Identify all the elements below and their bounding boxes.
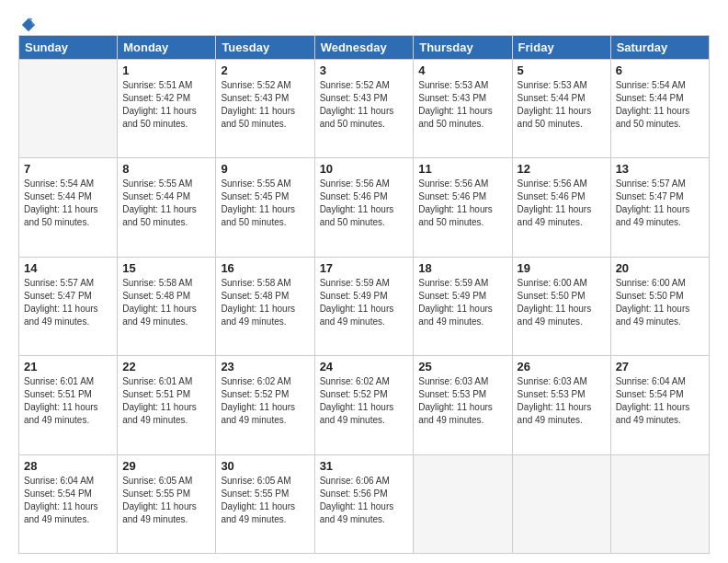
calendar-day-cell: 18Sunrise: 5:59 AMSunset: 5:49 PMDayligh… (414, 257, 512, 355)
day-info: Sunrise: 5:55 AMSunset: 5:44 PMDaylight:… (122, 178, 210, 229)
calendar-day-cell: 7Sunrise: 5:54 AMSunset: 5:44 PMDaylight… (19, 158, 118, 257)
calendar-week-row: 28Sunrise: 6:04 AMSunset: 5:54 PMDayligh… (19, 454, 710, 553)
day-number: 12 (518, 162, 606, 176)
calendar-day-cell: 3Sunrise: 5:52 AMSunset: 5:43 PMDaylight… (314, 60, 414, 158)
day-info: Sunrise: 6:00 AMSunset: 5:50 PMDaylight:… (616, 277, 704, 328)
calendar-week-row: 7Sunrise: 5:54 AMSunset: 5:44 PMDaylight… (19, 158, 710, 257)
day-info: Sunrise: 5:51 AMSunset: 5:42 PMDaylight:… (122, 79, 210, 131)
calendar-day-cell: 5Sunrise: 5:53 AMSunset: 5:44 PMDaylight… (512, 60, 610, 158)
day-number: 15 (122, 261, 210, 275)
day-number: 19 (518, 261, 606, 275)
day-info: Sunrise: 6:00 AMSunset: 5:50 PMDaylight:… (518, 277, 606, 328)
calendar-day-cell: 24Sunrise: 6:02 AMSunset: 5:52 PMDayligh… (314, 356, 414, 454)
calendar-day-cell: 4Sunrise: 5:53 AMSunset: 5:43 PMDaylight… (414, 60, 512, 158)
day-number: 29 (122, 459, 210, 473)
calendar-day-cell: 30Sunrise: 6:05 AMSunset: 5:55 PMDayligh… (216, 454, 314, 553)
day-number: 6 (616, 63, 704, 77)
day-info: Sunrise: 6:05 AMSunset: 5:55 PMDaylight:… (122, 475, 210, 526)
calendar-day-cell: 2Sunrise: 5:52 AMSunset: 5:43 PMDaylight… (216, 60, 314, 158)
calendar-day-cell: 12Sunrise: 5:56 AMSunset: 5:46 PMDayligh… (512, 158, 610, 257)
calendar-day-cell: 9Sunrise: 5:55 AMSunset: 5:45 PMDaylight… (216, 158, 314, 257)
day-number: 3 (320, 63, 409, 77)
header (18, 17, 710, 29)
day-number: 16 (221, 261, 309, 275)
calendar-day-cell: 29Sunrise: 6:05 AMSunset: 5:55 PMDayligh… (118, 454, 216, 553)
weekday-header: Friday (512, 36, 610, 60)
day-info: Sunrise: 5:52 AMSunset: 5:43 PMDaylight:… (221, 79, 309, 131)
day-number: 26 (518, 360, 606, 373)
calendar-day-cell (512, 454, 610, 553)
day-info: Sunrise: 6:02 AMSunset: 5:52 PMDaylight:… (221, 375, 309, 427)
day-info: Sunrise: 5:59 AMSunset: 5:49 PMDaylight:… (320, 277, 409, 328)
calendar-day-cell: 1Sunrise: 5:51 AMSunset: 5:42 PMDaylight… (118, 60, 216, 158)
calendar-table: SundayMondayTuesdayWednesdayThursdayFrid… (18, 35, 710, 554)
day-number: 14 (24, 261, 112, 275)
calendar-day-cell: 6Sunrise: 5:54 AMSunset: 5:44 PMDaylight… (610, 60, 709, 158)
day-info: Sunrise: 6:06 AMSunset: 5:56 PMDaylight:… (320, 475, 409, 526)
day-info: Sunrise: 6:04 AMSunset: 5:54 PMDaylight:… (616, 375, 704, 427)
day-number: 31 (320, 459, 409, 473)
day-number: 21 (24, 360, 112, 373)
weekday-header: Thursday (414, 36, 512, 60)
calendar-week-row: 1Sunrise: 5:51 AMSunset: 5:42 PMDaylight… (19, 60, 710, 158)
weekday-header: Wednesday (314, 36, 414, 60)
day-number: 28 (24, 459, 112, 473)
day-info: Sunrise: 6:03 AMSunset: 5:53 PMDaylight:… (418, 375, 506, 427)
weekday-header: Saturday (610, 36, 709, 60)
day-info: Sunrise: 5:59 AMSunset: 5:49 PMDaylight:… (418, 277, 506, 328)
day-number: 11 (418, 162, 506, 176)
day-info: Sunrise: 5:54 AMSunset: 5:44 PMDaylight:… (24, 178, 112, 229)
day-info: Sunrise: 6:01 AMSunset: 5:51 PMDaylight:… (24, 375, 112, 427)
day-info: Sunrise: 5:55 AMSunset: 5:45 PMDaylight:… (221, 178, 309, 229)
day-number: 25 (418, 360, 506, 373)
day-info: Sunrise: 5:57 AMSunset: 5:47 PMDaylight:… (24, 277, 112, 328)
page: SundayMondayTuesdayWednesdayThursdayFrid… (0, 0, 728, 563)
day-number: 30 (221, 459, 309, 473)
logo-icon (20, 17, 37, 33)
day-number: 17 (320, 261, 409, 275)
calendar-day-cell: 26Sunrise: 6:03 AMSunset: 5:53 PMDayligh… (512, 356, 610, 454)
day-number: 10 (320, 162, 409, 176)
day-info: Sunrise: 5:53 AMSunset: 5:44 PMDaylight:… (518, 79, 606, 131)
calendar-week-row: 14Sunrise: 5:57 AMSunset: 5:47 PMDayligh… (19, 257, 710, 355)
day-number: 23 (221, 360, 309, 373)
day-info: Sunrise: 5:57 AMSunset: 5:47 PMDaylight:… (616, 178, 704, 229)
calendar-day-cell: 8Sunrise: 5:55 AMSunset: 5:44 PMDaylight… (118, 158, 216, 257)
day-number: 20 (616, 261, 704, 275)
calendar-day-cell: 11Sunrise: 5:56 AMSunset: 5:46 PMDayligh… (414, 158, 512, 257)
calendar-day-cell (610, 454, 709, 553)
weekday-header: Sunday (19, 36, 118, 60)
calendar-day-cell: 21Sunrise: 6:01 AMSunset: 5:51 PMDayligh… (19, 356, 118, 454)
calendar-week-row: 21Sunrise: 6:01 AMSunset: 5:51 PMDayligh… (19, 356, 710, 454)
day-info: Sunrise: 5:56 AMSunset: 5:46 PMDaylight:… (518, 178, 606, 229)
day-info: Sunrise: 6:05 AMSunset: 5:55 PMDaylight:… (221, 475, 309, 526)
calendar-day-cell: 13Sunrise: 5:57 AMSunset: 5:47 PMDayligh… (610, 158, 709, 257)
day-info: Sunrise: 6:03 AMSunset: 5:53 PMDaylight:… (518, 375, 606, 427)
calendar-day-cell: 28Sunrise: 6:04 AMSunset: 5:54 PMDayligh… (19, 454, 118, 553)
calendar-day-cell: 10Sunrise: 5:56 AMSunset: 5:46 PMDayligh… (314, 158, 414, 257)
calendar-day-cell: 19Sunrise: 6:00 AMSunset: 5:50 PMDayligh… (512, 257, 610, 355)
day-info: Sunrise: 5:53 AMSunset: 5:43 PMDaylight:… (418, 79, 506, 131)
calendar-day-cell: 15Sunrise: 5:58 AMSunset: 5:48 PMDayligh… (118, 257, 216, 355)
day-number: 2 (221, 63, 309, 77)
day-info: Sunrise: 6:04 AMSunset: 5:54 PMDaylight:… (24, 475, 112, 526)
day-number: 5 (518, 63, 606, 77)
day-number: 13 (616, 162, 704, 176)
day-info: Sunrise: 6:01 AMSunset: 5:51 PMDaylight:… (122, 375, 210, 427)
day-info: Sunrise: 5:52 AMSunset: 5:43 PMDaylight:… (320, 79, 409, 131)
calendar-day-cell: 16Sunrise: 5:58 AMSunset: 5:48 PMDayligh… (216, 257, 314, 355)
day-info: Sunrise: 5:56 AMSunset: 5:46 PMDaylight:… (418, 178, 506, 229)
day-info: Sunrise: 5:58 AMSunset: 5:48 PMDaylight:… (122, 277, 210, 328)
weekday-header: Monday (118, 36, 216, 60)
calendar-day-cell: 27Sunrise: 6:04 AMSunset: 5:54 PMDayligh… (610, 356, 709, 454)
calendar-day-cell: 14Sunrise: 5:57 AMSunset: 5:47 PMDayligh… (19, 257, 118, 355)
day-info: Sunrise: 6:02 AMSunset: 5:52 PMDaylight:… (320, 375, 409, 427)
calendar-day-cell: 25Sunrise: 6:03 AMSunset: 5:53 PMDayligh… (414, 356, 512, 454)
day-info: Sunrise: 5:54 AMSunset: 5:44 PMDaylight:… (616, 79, 704, 131)
weekday-header-row: SundayMondayTuesdayWednesdayThursdayFrid… (19, 36, 710, 60)
day-number: 9 (221, 162, 309, 176)
day-number: 18 (418, 261, 506, 275)
calendar-day-cell (19, 60, 118, 158)
day-number: 1 (122, 63, 210, 77)
calendar-day-cell (414, 454, 512, 553)
